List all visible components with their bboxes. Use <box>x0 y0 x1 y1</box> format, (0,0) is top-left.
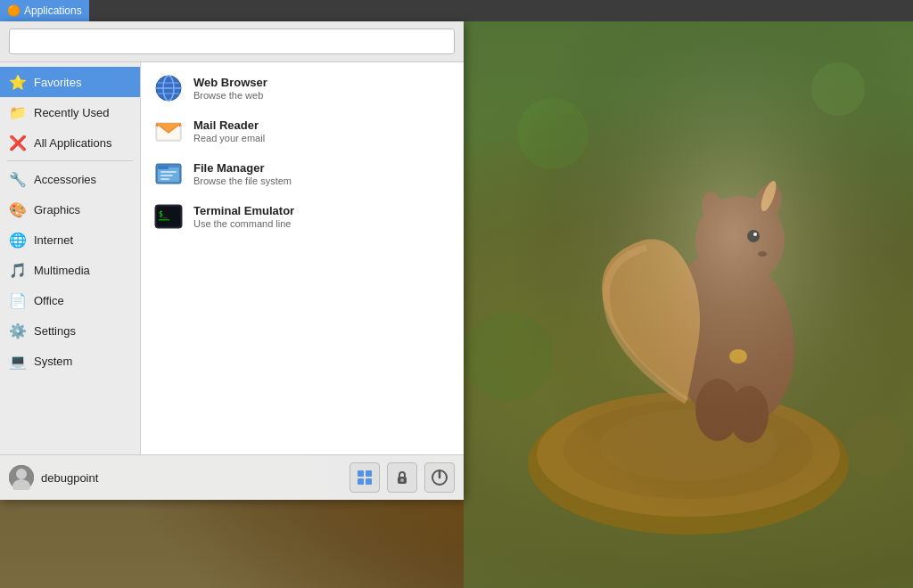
app-menu-label: Applications <box>24 4 82 17</box>
svg-rect-44 <box>366 470 372 477</box>
internet-icon: 🌐 <box>9 231 27 249</box>
sidebar-item-all-applications[interactable]: ❌ All Applications <box>0 127 140 158</box>
desktop-wallpaper <box>464 0 913 588</box>
content-item-file-manager[interactable]: File Manager Browse the file system <box>141 152 464 195</box>
sidebar-label-office: Office <box>34 294 64 307</box>
sidebar-label-graphics: Graphics <box>34 203 80 216</box>
username-label: debugpoint <box>41 471 98 485</box>
sidebar-item-office[interactable]: 📄 Office <box>0 285 140 315</box>
sidebar-separator <box>7 160 133 161</box>
settings-button[interactable] <box>350 462 380 493</box>
content-item-terminal[interactable]: $_ Terminal Emulator Use the command lin… <box>141 195 464 238</box>
sidebar-label-favorites: Favorites <box>34 76 81 89</box>
user-info: debugpoint <box>9 465 98 490</box>
svg-point-48 <box>400 478 404 482</box>
sidebar-label-all-apps: All Applications <box>34 136 111 150</box>
search-input[interactable] <box>9 29 455 54</box>
svg-point-41 <box>16 469 27 479</box>
menu-body: ⭐ Favorites 📁 Recently Used ❌ All Applic… <box>0 62 464 454</box>
file-manager-title: File Manager <box>193 161 292 175</box>
mail-reader-subtitle: Read your email <box>193 133 265 143</box>
file-manager-subtitle: Browse the file system <box>193 176 292 186</box>
svg-rect-45 <box>358 478 364 485</box>
mail-reader-title: Mail Reader <box>193 118 265 132</box>
system-icon: 💻 <box>9 352 27 370</box>
svg-rect-46 <box>366 478 372 485</box>
web-browser-title: Web Browser <box>193 76 267 89</box>
sidebar-item-internet[interactable]: 🌐 Internet <box>0 225 140 255</box>
web-browser-icon <box>154 74 183 102</box>
web-browser-text: Web Browser Browse the web <box>193 76 267 101</box>
content-area: Web Browser Browse the web <box>141 62 464 454</box>
settings-icon: ⚙️ <box>9 322 27 339</box>
favorites-icon: ⭐ <box>9 73 27 91</box>
graphics-icon: 🎨 <box>9 200 27 218</box>
lock-button[interactable] <box>387 462 417 493</box>
bottom-bar: debugpoint <box>0 454 464 500</box>
sidebar-label-multimedia: Multimedia <box>34 264 90 277</box>
svg-text:$_: $_ <box>159 210 168 218</box>
sidebar-item-system[interactable]: 💻 System <box>0 346 140 376</box>
sidebar-label-internet: Internet <box>34 233 73 247</box>
applications-menu-trigger[interactable]: 🟠 Applications <box>0 0 89 21</box>
svg-rect-32 <box>158 166 169 169</box>
sidebar-item-recently-used[interactable]: 📁 Recently Used <box>0 97 140 127</box>
terminal-icon: $_ <box>154 202 183 231</box>
application-menu: 🔍 ⭐ Favorites 📁 Recently Used ❌ All Appl… <box>0 21 464 500</box>
file-manager-icon <box>154 159 183 188</box>
mail-reader-icon <box>154 117 183 145</box>
bottom-actions <box>350 462 455 493</box>
svg-rect-33 <box>160 171 177 173</box>
sidebar-label-accessories: Accessories <box>34 173 96 186</box>
svg-rect-34 <box>160 175 173 176</box>
sidebar-item-graphics[interactable]: 🎨 Graphics <box>0 194 140 225</box>
app-menu-icon: 🟠 <box>7 4 21 17</box>
svg-rect-43 <box>358 470 364 477</box>
terminal-text: Terminal Emulator Use the command line <box>193 204 294 229</box>
svg-rect-35 <box>160 178 169 180</box>
content-item-web-browser[interactable]: Web Browser Browse the web <box>141 67 464 110</box>
content-item-mail-reader[interactable]: Mail Reader Read your email <box>141 110 464 152</box>
mail-reader-text: Mail Reader Read your email <box>193 118 265 143</box>
svg-rect-22 <box>464 0 913 588</box>
multimedia-icon: 🎵 <box>9 261 27 279</box>
terminal-title: Terminal Emulator <box>193 204 294 217</box>
all-apps-icon: ❌ <box>9 134 27 151</box>
sidebar-item-accessories[interactable]: 🔧 Accessories <box>0 164 140 194</box>
terminal-subtitle: Use the command line <box>193 218 294 229</box>
sidebar-item-multimedia[interactable]: 🎵 Multimedia <box>0 255 140 285</box>
top-panel: 🟠 Applications <box>0 0 913 21</box>
sidebar-label-system: System <box>34 355 72 368</box>
web-browser-subtitle: Browse the web <box>193 90 267 101</box>
logout-button[interactable] <box>424 462 455 493</box>
sidebar-item-settings[interactable]: ⚙️ Settings <box>0 315 140 346</box>
sidebar-item-favorites[interactable]: ⭐ Favorites <box>0 67 140 97</box>
sidebar: ⭐ Favorites 📁 Recently Used ❌ All Applic… <box>0 62 141 454</box>
search-bar: 🔍 <box>0 21 464 62</box>
sidebar-label-recently-used: Recently Used <box>34 106 110 119</box>
svg-rect-39 <box>159 219 169 221</box>
file-manager-text: File Manager Browse the file system <box>193 161 292 186</box>
sidebar-label-settings: Settings <box>34 324 76 338</box>
user-avatar <box>9 465 34 490</box>
office-icon: 📄 <box>9 291 27 309</box>
recently-used-icon: 📁 <box>9 103 27 121</box>
accessories-icon: 🔧 <box>9 170 27 188</box>
